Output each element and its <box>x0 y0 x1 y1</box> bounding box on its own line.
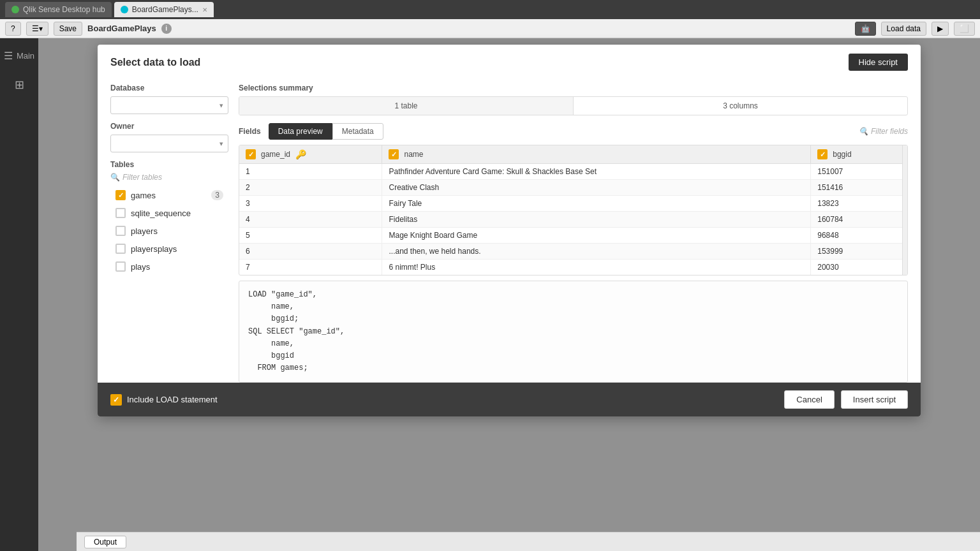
fields-header: Fields Data preview Metadata 🔍 Filter fi… <box>239 123 908 140</box>
table-checkbox-sqlite-sequence[interactable] <box>115 208 126 218</box>
modal-title: Select data to load <box>110 57 200 68</box>
cell-name: Mage Knight Board Game <box>382 228 811 244</box>
table-item-players[interactable]: players <box>110 223 228 239</box>
table-checkbox-plays[interactable] <box>115 261 126 272</box>
cell-row: 7 <box>239 260 382 276</box>
hide-script-button[interactable]: Hide script <box>849 54 908 71</box>
modal-header: Select data to load Hide script <box>98 45 921 77</box>
hub-favicon <box>11 6 19 13</box>
modal-overlay: Select data to load Hide script Database <box>38 38 980 551</box>
table-item-games[interactable]: games 3 <box>110 187 228 203</box>
cell-bggid: 151007 <box>811 164 902 180</box>
right-panel: Selections summary 1 table 3 columns Fie… <box>239 77 908 383</box>
col-header-name[interactable]: name <box>382 145 811 164</box>
tab-app-label: BoardGamePlays... <box>132 5 198 14</box>
table-row: 2Creative Clash151416 <box>239 180 902 196</box>
tab-hub[interactable]: Qlik Sense Desktop hub <box>5 2 112 17</box>
cell-bggid: 151416 <box>811 180 902 196</box>
tab-hub-label: Qlik Sense Desktop hub <box>23 5 105 14</box>
col-checkbox-name[interactable] <box>389 149 399 159</box>
table-name-sqlite-sequence: sqlite_sequence <box>131 209 223 218</box>
table-name-players: players <box>131 226 223 236</box>
cancel-button[interactable]: Cancel <box>784 390 834 409</box>
output-bar: Output <box>77 532 980 551</box>
nav-button[interactable]: ☰▾ <box>26 22 48 36</box>
footer-include-load-checkbox[interactable] <box>110 394 122 406</box>
selections-summary-label: Selections summary <box>239 84 908 92</box>
app-info-icon[interactable]: i <box>161 24 172 34</box>
scrollbar-track[interactable] <box>902 145 907 275</box>
filter-tables-row: 🔍 Filter tables <box>110 173 228 182</box>
cell-bggid: 153999 <box>811 244 902 260</box>
play-button[interactable]: ▶ <box>932 22 949 36</box>
cell-row: 4 <box>239 212 382 228</box>
selections-summary: Selections summary 1 table 3 columns <box>239 77 908 115</box>
table-list: games 3 sqlite_sequence play <box>110 187 228 275</box>
insert-script-button[interactable]: Insert script <box>841 390 908 409</box>
filter-fields-icon: 🔍 <box>859 127 868 136</box>
cell-row: 1 <box>239 164 382 180</box>
cell-name: Fidelitas <box>382 212 811 228</box>
cell-bggid: 160784 <box>811 212 902 228</box>
table-row: 76 nimmt! Plus20030 <box>239 260 902 276</box>
cell-name: 6 nimmt! Plus <box>382 260 811 276</box>
col-label-name: name <box>404 150 423 159</box>
table-row: 1Pathfinder Adventure Card Game: Skull &… <box>239 164 902 180</box>
owner-dropdown-wrapper <box>110 135 228 152</box>
footer-left: Include LOAD statement <box>110 394 218 406</box>
table-row: 6...and then, we held hands.153999 <box>239 244 902 260</box>
window-button[interactable]: ⬜ <box>954 22 975 36</box>
data-table: game_id 🔑 <box>239 145 902 275</box>
tab-data-preview[interactable]: Data preview <box>269 123 332 140</box>
app-title: BoardGamePlays <box>87 24 156 33</box>
hamburger-icon: ☰ <box>4 50 13 62</box>
modal-body: Database Owner Tables <box>98 77 921 383</box>
filter-fields-placeholder[interactable]: Filter fields <box>871 127 908 136</box>
sidebar-main-label: Main <box>17 51 34 61</box>
modal-footer: Include LOAD statement Cancel Insert scr… <box>98 383 921 416</box>
table-checkbox-playersplays[interactable] <box>115 244 126 254</box>
col-checkbox-bggid[interactable] <box>817 149 828 159</box>
sidebar-main[interactable]: ☰ Main <box>0 45 42 67</box>
table-item-sqlite-sequence[interactable]: sqlite_sequence <box>110 205 228 221</box>
load-data-button[interactable]: Load data <box>881 22 926 36</box>
table-name-games: games <box>131 191 206 200</box>
filter-tables-placeholder[interactable]: Filter tables <box>122 173 162 182</box>
app-favicon <box>121 6 128 13</box>
col-label-game-id: game_id <box>261 150 290 159</box>
tab-app[interactable]: BoardGamePlays... ✕ <box>114 2 214 17</box>
help-button[interactable]: ? <box>5 22 21 36</box>
table-item-plays[interactable]: plays <box>110 258 228 275</box>
cell-row: 2 <box>239 180 382 196</box>
table-item-playersplays[interactable]: playersplays <box>110 240 228 257</box>
database-select[interactable] <box>110 96 228 114</box>
left-panel: Database Owner Tables <box>110 77 228 383</box>
table-name-playersplays: playersplays <box>131 244 223 254</box>
table-checkbox-games[interactable] <box>115 190 126 200</box>
database-dropdown-wrapper <box>110 96 228 114</box>
cell-name: Pathfinder Adventure Card Game: Skull & … <box>382 164 811 180</box>
col-checkbox-game-id[interactable] <box>246 149 256 159</box>
summary-bar: 1 table 3 columns <box>239 96 908 115</box>
fields-tabs: Data preview Metadata <box>269 123 383 140</box>
cell-row: 6 <box>239 244 382 260</box>
tab-close-icon[interactable]: ✕ <box>202 6 207 13</box>
table-name-plays: plays <box>131 262 223 272</box>
owner-select[interactable] <box>110 135 228 152</box>
sidebar-table-icon[interactable]: ⊞ <box>6 72 32 98</box>
footer-include-load-label: Include LOAD statement <box>127 395 218 404</box>
data-table-wrapper: game_id 🔑 <box>239 145 908 276</box>
cell-name: ...and then, we held hands. <box>382 244 811 260</box>
save-button[interactable]: Save <box>54 22 82 36</box>
bot-icon-button[interactable]: 🤖 <box>855 22 876 36</box>
table-checkbox-players[interactable] <box>115 226 126 236</box>
cell-row: 3 <box>239 196 382 212</box>
output-button[interactable]: Output <box>84 536 126 548</box>
tab-metadata[interactable]: Metadata <box>332 123 383 140</box>
cell-name: Creative Clash <box>382 180 811 196</box>
col-header-bggid[interactable]: bggid <box>811 145 902 164</box>
col-header-game-id[interactable]: game_id 🔑 <box>239 145 382 164</box>
sidebar: ☰ Main ⊞ <box>0 38 38 551</box>
footer-right: Cancel Insert script <box>784 390 908 409</box>
table-count-games: 3 <box>211 190 223 200</box>
